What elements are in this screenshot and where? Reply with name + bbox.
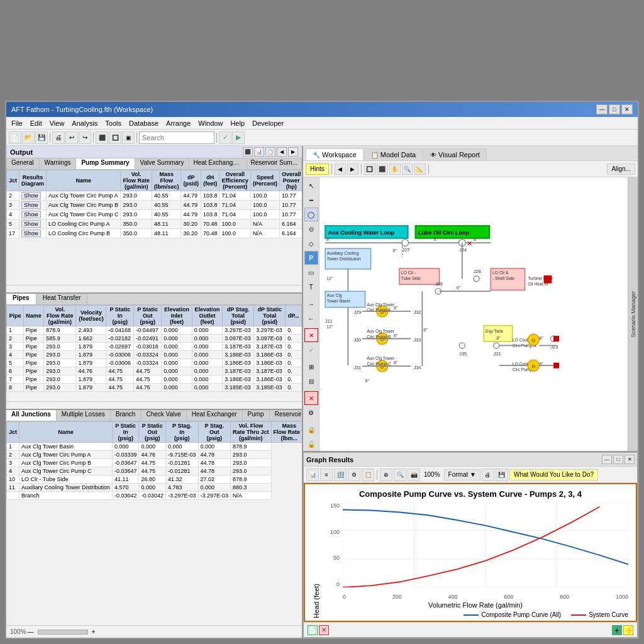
- graph-tb-2[interactable]: ≡: [320, 469, 333, 481]
- menu-developer[interactable]: Developer: [248, 118, 287, 128]
- diagram-area[interactable]: Aux Cooling Water Loop Lube Oil Circ Loo…: [319, 177, 628, 451]
- tab-heat-transfer[interactable]: Heat Transfer: [36, 294, 88, 304]
- check-button[interactable]: ✓: [219, 131, 231, 144]
- graph-tb-10[interactable]: 💾: [496, 469, 508, 481]
- graph-restore[interactable]: □: [613, 455, 623, 464]
- graph-minimize[interactable]: —: [602, 455, 612, 464]
- new-button[interactable]: 📄: [9, 131, 21, 144]
- align-button[interactable]: Align...: [607, 164, 635, 175]
- tool-check[interactable]: ✓: [304, 343, 318, 357]
- hints-button[interactable]: Hints: [306, 164, 329, 175]
- tab-multiple-losses[interactable]: Multiple Losses: [57, 410, 111, 421]
- output-hscroll[interactable]: [6, 285, 302, 292]
- output-btn-1[interactable]: ⬛: [243, 147, 253, 157]
- ws-btn-5[interactable]: 📐: [414, 164, 426, 175]
- show-results-button[interactable]: Show: [21, 192, 41, 199]
- tab-pump-summary[interactable]: Pump Summary: [76, 158, 135, 169]
- tab-reservoir[interactable]: Reservoir: [270, 410, 302, 421]
- tool-junction[interactable]: ◯: [304, 208, 318, 221]
- ws-nav-prev[interactable]: ◀: [335, 164, 346, 175]
- menu-help[interactable]: Help: [226, 118, 248, 128]
- graph-tb-9[interactable]: 🖨: [482, 469, 494, 481]
- menu-view[interactable]: View: [46, 118, 69, 128]
- minimize-button[interactable]: —: [596, 104, 608, 114]
- tool-red-x[interactable]: ✕: [304, 391, 318, 405]
- tool-text[interactable]: T: [304, 280, 318, 294]
- tab-branch[interactable]: Branch: [111, 410, 142, 421]
- graph-tb-1[interactable]: 📊: [306, 469, 319, 481]
- graph-close[interactable]: ✕: [625, 455, 635, 464]
- tool-diamond[interactable]: ◇: [304, 236, 318, 250]
- show-results-button[interactable]: Show: [21, 230, 41, 237]
- tool-x[interactable]: ✕: [304, 328, 318, 342]
- open-button[interactable]: 📂: [22, 131, 35, 144]
- graph-tb-6[interactable]: ⊕: [380, 469, 392, 481]
- graph-tb-5[interactable]: 📋: [362, 469, 374, 481]
- tool-p-sym[interactable]: P: [304, 251, 318, 265]
- pipes-hscroll[interactable]: [6, 401, 302, 409]
- tab-pipes[interactable]: Pipes: [6, 294, 36, 304]
- menu-arrange[interactable]: Arrange: [162, 118, 194, 128]
- menu-analysis[interactable]: Analysis: [68, 118, 101, 128]
- show-results-button[interactable]: Show: [21, 211, 41, 218]
- tb-btn-3[interactable]: ▣: [122, 131, 135, 144]
- search-input[interactable]: [139, 131, 214, 144]
- ws-btn-1[interactable]: 🔲: [364, 164, 375, 175]
- tool-arrow-left[interactable]: ←: [304, 311, 318, 325]
- tab-valve-summary[interactable]: Valve Summary: [135, 158, 190, 169]
- show-results-button[interactable]: Show: [21, 201, 41, 209]
- tool-grid[interactable]: ⊞: [304, 360, 318, 374]
- menu-edit[interactable]: Edit: [26, 118, 46, 128]
- tool-pipe[interactable]: ━: [304, 193, 318, 207]
- tab-warnings[interactable]: Warnings: [40, 158, 77, 169]
- tool-lock[interactable]: 🔒: [304, 423, 318, 436]
- graph-tb-7[interactable]: 🔍: [394, 469, 406, 481]
- tab-reservoir-sum[interactable]: Reservoir Sum...: [247, 158, 302, 169]
- output-btn-3[interactable]: 📋: [265, 147, 275, 157]
- graph-help-btn[interactable]: What Would You Like to Do?: [509, 469, 598, 480]
- redo-button[interactable]: ↪: [79, 131, 91, 144]
- tab-all-junctions[interactable]: All Junctions: [6, 410, 57, 421]
- close-button[interactable]: ✕: [621, 104, 633, 114]
- tool-gear[interactable]: ⚙: [304, 406, 318, 419]
- maximize-button[interactable]: □: [609, 104, 620, 114]
- output-nav-prev[interactable]: ◀: [277, 147, 287, 157]
- zoom-plus[interactable]: +: [91, 628, 97, 635]
- zoom-slider[interactable]: [38, 630, 88, 635]
- graph-format-btn[interactable]: Format ▼: [444, 469, 480, 480]
- tab-check-valve[interactable]: Check Valve: [141, 410, 186, 421]
- ws-nav-next[interactable]: ▶: [347, 164, 358, 175]
- graph-footer-add[interactable]: 📄: [308, 625, 318, 635]
- tab-heat-exchanger[interactable]: Heat Exchanger: [187, 410, 243, 421]
- tab-general[interactable]: General: [6, 158, 40, 169]
- tb-btn-2[interactable]: 🔲: [109, 131, 121, 144]
- menu-database[interactable]: Database: [125, 118, 162, 128]
- save-button[interactable]: 💾: [35, 131, 48, 144]
- ws-btn-2[interactable]: ⬛: [377, 164, 388, 175]
- tool-unlock[interactable]: 🔓: [304, 437, 318, 451]
- tab-model-data[interactable]: 📋 Model Data: [364, 148, 423, 160]
- tab-hx-summary[interactable]: Heat Exchanger Summary: [189, 158, 247, 169]
- print-button[interactable]: 🖨: [52, 131, 65, 144]
- tool-pump[interactable]: ⊙: [304, 222, 318, 236]
- menu-window[interactable]: Window: [194, 118, 226, 128]
- graph-tb-3[interactable]: 🔢: [334, 469, 347, 481]
- undo-button[interactable]: ↩: [65, 131, 78, 144]
- tool-select[interactable]: ↖: [304, 179, 318, 192]
- tool-arrow-right[interactable]: →: [304, 297, 318, 311]
- graph-footer-yellow[interactable]: ⚡: [623, 625, 633, 635]
- tab-workspace[interactable]: 🔧 Workspace: [306, 148, 364, 160]
- zoom-minus[interactable]: —: [26, 628, 35, 635]
- tool-layers[interactable]: ⊟: [304, 374, 318, 388]
- run-button[interactable]: ▶: [232, 131, 245, 144]
- output-nav-next[interactable]: ▶: [288, 147, 298, 157]
- tb-btn-1[interactable]: ⬛: [96, 131, 108, 144]
- graph-footer-close[interactable]: ✕: [319, 625, 329, 635]
- tool-rect[interactable]: ▭: [304, 265, 318, 279]
- tab-pump[interactable]: Pump: [243, 410, 270, 421]
- tab-visual-report[interactable]: 👁 Visual Report: [423, 148, 487, 160]
- show-results-button[interactable]: Show: [21, 220, 41, 228]
- menu-tools[interactable]: Tools: [101, 118, 125, 128]
- output-btn-2[interactable]: 📊: [254, 147, 264, 157]
- ws-btn-3[interactable]: ✋: [389, 164, 401, 175]
